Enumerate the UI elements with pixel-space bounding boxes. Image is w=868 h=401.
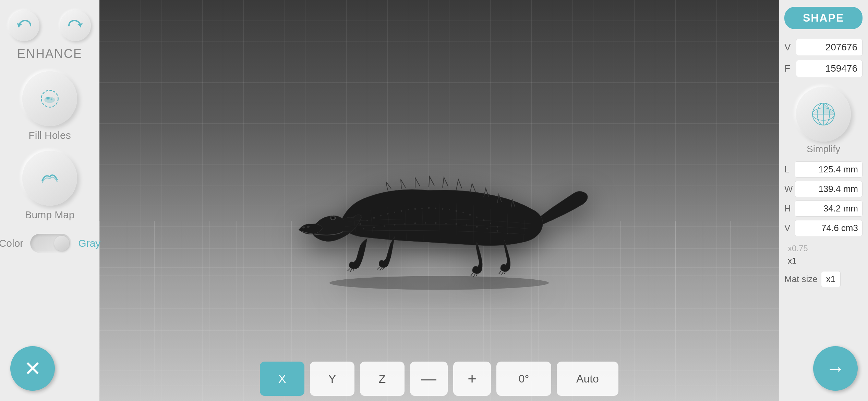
- v-stat-row: V 207676: [784, 39, 863, 56]
- svg-point-27: [462, 212, 464, 213]
- scale-options: x0.75 x1: [784, 242, 863, 267]
- svg-point-47: [507, 233, 508, 234]
- svg-point-30: [483, 219, 485, 221]
- v-stat-label: V: [784, 42, 793, 53]
- svg-point-32: [497, 226, 498, 228]
- scale-x1[interactable]: x1: [784, 255, 863, 267]
- h-dim-value: 34.2 mm: [795, 200, 863, 217]
- enhance-label: ENHANCE: [17, 47, 82, 61]
- h-dim-label: H: [784, 203, 792, 214]
- svg-point-14: [373, 217, 375, 219]
- gray-toggle-label: Gray: [78, 238, 100, 249]
- w-dim-row: W 139.4 mm: [784, 181, 863, 197]
- z-axis-button[interactable]: Z: [360, 362, 405, 396]
- f-stat-label: F: [784, 63, 793, 74]
- svg-point-38: [414, 222, 416, 224]
- bump-map-label: Bump Map: [25, 209, 74, 221]
- v-dim-label: V: [784, 223, 792, 233]
- v-dim-row: V 74.6 cm3: [784, 220, 863, 236]
- right-panel: SHAPE V 207676 F 159476 Simpl: [779, 0, 868, 401]
- svg-point-19: [408, 209, 409, 210]
- svg-point-25: [449, 209, 450, 210]
- svg-point-23: [435, 207, 436, 209]
- h-dim-row: H 34.2 mm: [784, 200, 863, 217]
- svg-point-15: [380, 215, 382, 216]
- svg-point-6: [51, 98, 52, 100]
- svg-point-44: [476, 226, 478, 228]
- plus-button[interactable]: +: [453, 362, 491, 396]
- cancel-button[interactable]: ✕: [10, 346, 55, 391]
- l-dim-row: L 125.4 mm: [784, 161, 863, 178]
- svg-point-29: [476, 216, 478, 218]
- l-dim-value: 125.4 mm: [795, 161, 863, 178]
- mat-size-value: x1: [821, 271, 841, 287]
- redo-button[interactable]: [60, 10, 91, 41]
- left-panel: ENHANCE Fill Holes Bump Map Color: [0, 0, 99, 401]
- fill-holes-button[interactable]: [22, 71, 77, 126]
- mat-size-row: Mat size x1: [784, 271, 863, 287]
- auto-button[interactable]: Auto: [557, 362, 618, 396]
- svg-point-16: [387, 213, 389, 215]
- 3d-viewport[interactable]: X Y Z — + 0° Auto: [99, 0, 779, 401]
- svg-point-28: [469, 214, 471, 216]
- svg-point-12: [360, 223, 361, 225]
- svg-point-42: [456, 223, 457, 225]
- bottom-toolbar: X Y Z — + 0° Auto: [99, 356, 779, 401]
- f-stat-value: 159476: [796, 60, 863, 77]
- angle-display: 0°: [496, 362, 551, 396]
- bump-map-button[interactable]: [22, 151, 77, 206]
- svg-point-11: [331, 217, 334, 219]
- svg-point-20: [414, 208, 416, 210]
- svg-point-13: [366, 220, 368, 221]
- svg-point-24: [442, 208, 444, 210]
- svg-point-26: [456, 210, 457, 212]
- svg-point-9: [307, 226, 310, 228]
- svg-point-33: [363, 228, 364, 229]
- undo-redo-row: [9, 10, 91, 41]
- main-container: ENHANCE Fill Holes Bump Map Color: [0, 0, 868, 401]
- y-axis-button[interactable]: Y: [310, 362, 354, 396]
- svg-point-40: [435, 222, 437, 224]
- svg-point-34: [373, 227, 375, 228]
- v-dim-value: 74.6 cm3: [795, 220, 863, 236]
- svg-point-8: [302, 226, 305, 228]
- svg-point-36: [394, 224, 396, 226]
- svg-point-18: [401, 210, 402, 212]
- svg-point-37: [404, 223, 406, 224]
- scale-x075[interactable]: x0.75: [784, 242, 863, 255]
- svg-point-35: [384, 225, 385, 227]
- color-toggle-label: Color: [0, 238, 23, 249]
- color-gray-toggle-row: Color Gray: [0, 234, 100, 253]
- mat-size-label: Mat size: [784, 274, 818, 284]
- v-stat-value: 207676: [796, 39, 863, 56]
- svg-point-7: [329, 276, 549, 290]
- simplify-label: Simplify: [807, 144, 840, 155]
- simplify-button[interactable]: [796, 87, 851, 142]
- w-dim-value: 139.4 mm: [795, 181, 863, 197]
- x-axis-button[interactable]: X: [260, 362, 304, 396]
- f-stat-row: F 159476: [784, 60, 863, 77]
- 3d-model: [285, 115, 593, 293]
- svg-point-41: [445, 222, 447, 224]
- w-dim-label: W: [784, 184, 792, 194]
- svg-point-43: [466, 224, 467, 226]
- toggle-knob: [54, 236, 69, 251]
- color-gray-toggle[interactable]: [30, 234, 71, 253]
- svg-point-17: [394, 211, 395, 213]
- svg-point-45: [486, 228, 488, 229]
- shape-tab[interactable]: SHAPE: [784, 7, 863, 29]
- svg-point-22: [428, 207, 430, 209]
- svg-point-39: [425, 222, 426, 223]
- svg-point-5: [47, 97, 49, 99]
- next-button[interactable]: →: [813, 346, 858, 391]
- minus-button[interactable]: —: [410, 362, 448, 396]
- svg-point-31: [490, 222, 491, 224]
- fill-holes-label: Fill Holes: [28, 130, 71, 141]
- svg-point-21: [421, 207, 423, 209]
- l-dim-label: L: [784, 164, 792, 175]
- undo-button[interactable]: [9, 10, 39, 41]
- next-icon: →: [826, 357, 845, 379]
- cancel-icon: ✕: [24, 356, 41, 380]
- svg-point-46: [497, 230, 498, 232]
